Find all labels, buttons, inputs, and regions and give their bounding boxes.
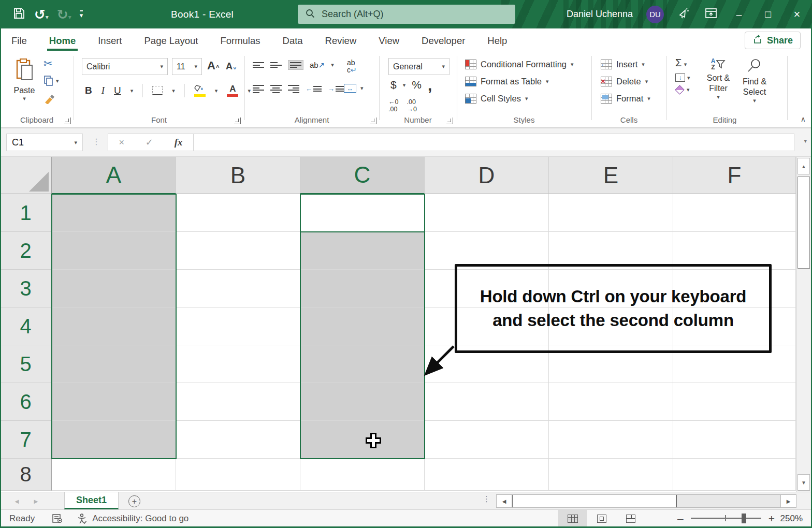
zoom-slider-thumb[interactable] [742,514,746,523]
accounting-dropdown-icon[interactable]: ▾ [403,82,406,89]
normal-view-button[interactable] [558,510,587,527]
ribbon-tab-data[interactable]: Data [283,31,303,50]
share-button[interactable]: Share [745,32,801,49]
accessibility-status[interactable]: Accessibility: Good to go [92,514,189,524]
cell-B8[interactable] [176,459,300,491]
cell-C1[interactable] [300,194,425,232]
borders-dropdown-icon[interactable]: ▾ [172,87,175,94]
row-header-4[interactable]: 4 [0,307,52,345]
cell-D6[interactable] [425,383,549,421]
format-as-table-button[interactable]: Format as Table▾ [465,73,574,90]
customize-quick-access-icon[interactable]: ▾ [80,10,83,19]
font-color-icon[interactable]: A [227,84,238,97]
row-header-1[interactable]: 1 [0,194,52,232]
undo-button[interactable]: ↺▾ [34,8,49,21]
increase-decimal-button[interactable]: ←0 .00 [388,98,398,113]
increase-font-size-button[interactable]: A^ [207,60,219,71]
decrease-font-size-button[interactable]: A^ [226,62,236,71]
vertical-scrollbar[interactable]: ▲ ▼ [796,157,811,492]
column-header-F[interactable]: F [673,157,796,194]
row-header-2[interactable]: 2 [0,232,52,270]
select-all-corner[interactable] [0,157,52,194]
column-header-B[interactable]: B [176,157,300,194]
cancel-icon[interactable]: × [119,137,124,148]
cell-C8[interactable] [300,459,425,491]
cell-E8[interactable] [549,459,673,491]
cell-F6[interactable] [673,383,796,421]
cell-B7[interactable] [176,421,300,459]
ribbon-tab-developer[interactable]: Developer [422,31,465,50]
column-header-C[interactable]: C [300,157,425,194]
underline-dropdown-icon[interactable]: ▾ [130,87,134,94]
copy-icon[interactable]: ▾ [44,75,59,86]
bold-button[interactable]: B [85,85,92,96]
cell-A3[interactable] [52,270,176,307]
collapse-ribbon-icon[interactable]: ∧ [801,115,806,123]
ribbon-tab-file[interactable]: File [11,31,27,50]
percent-style-button[interactable]: % [412,79,422,91]
search-bar[interactable] [298,5,515,24]
align-left-icon[interactable] [253,85,264,93]
font-color-dropdown-icon[interactable]: ▾ [248,87,251,94]
find-select-button[interactable]: Find & Select▾ [737,58,772,105]
font-dialog-launcher[interactable] [234,118,241,124]
ribbon-tab-help[interactable]: Help [487,31,507,50]
maximize-button[interactable]: □ [760,9,776,20]
wrap-text-button[interactable]: ab c↵ [347,59,357,74]
cell-B6[interactable] [176,383,300,421]
cell-D8[interactable] [425,459,549,491]
comma-style-button[interactable]: , [428,81,432,89]
cell-A8[interactable] [52,459,176,491]
cell-D1[interactable] [425,194,549,232]
cell-A6[interactable] [52,383,176,421]
middle-align-icon[interactable] [270,62,282,68]
scroll-right-icon[interactable]: ▶ [780,495,796,507]
column-header-A[interactable]: A [52,157,176,194]
italic-button[interactable]: I [102,85,105,96]
column-header-D[interactable]: D [425,157,549,194]
ribbon-tab-formulas[interactable]: Formulas [220,31,260,50]
cell-B4[interactable] [176,307,300,345]
row-header-6[interactable]: 6 [0,383,52,421]
macro-record-icon[interactable] [52,514,63,523]
orientation-dropdown-icon[interactable]: ▾ [331,62,334,68]
cell-B2[interactable] [176,232,300,270]
number-format-combo[interactable]: General▾ [388,58,450,75]
vertical-scrollbar-thumb[interactable] [798,177,810,269]
merge-center-button[interactable]: ↔▾ [344,84,364,93]
ribbon-tab-view[interactable]: View [379,31,399,50]
insert-function-icon[interactable]: fx [175,137,183,148]
sheet-tab-sheet1[interactable]: Sheet1 [64,492,119,509]
cell-C2[interactable] [300,232,425,270]
cell-C6[interactable] [300,383,425,421]
delete-cells-button[interactable]: Delete▾ [601,73,650,90]
increase-indent-icon[interactable]: → [328,85,344,93]
horizontal-scrollbar[interactable]: ◀ ▶ [496,494,796,508]
formula-bar-expand-icon[interactable]: ▾ [804,138,807,144]
conditional-formatting-button[interactable]: Conditional Formatting▾ [465,56,574,73]
zoom-in-button[interactable]: + [769,512,775,525]
user-name[interactable]: Daniel Uchenna [567,9,633,20]
name-box[interactable]: C1 ▾ [6,134,83,151]
font-name-combo[interactable]: Calibri▾ [82,58,168,75]
cell-B1[interactable] [176,194,300,232]
format-painter-icon[interactable] [44,93,56,106]
cell-C7[interactable] [300,421,425,459]
row-header-7[interactable]: 7 [0,421,52,459]
font-size-combo[interactable]: 11▾ [172,58,202,75]
scroll-down-icon[interactable]: ▼ [798,474,810,491]
cut-icon[interactable]: ✂ [44,58,53,69]
sheet-nav-right-icon[interactable]: ► [33,497,39,505]
ribbon-display-options-icon[interactable] [704,7,718,22]
fill-color-dropdown-icon[interactable]: ▾ [215,87,218,94]
row-header-5[interactable]: 5 [0,345,52,383]
borders-icon[interactable] [152,86,163,95]
row-header-8[interactable]: 8 [0,459,52,491]
paste-button[interactable]: Paste ▾ [8,57,40,115]
user-avatar[interactable]: DU [646,6,664,23]
ribbon-tab-review[interactable]: Review [325,31,357,50]
page-break-view-button[interactable] [616,510,645,527]
name-box-dropdown-icon[interactable]: ▾ [74,139,77,146]
decrease-decimal-button[interactable]: .00 →0 [407,98,416,113]
align-right-icon[interactable] [288,85,299,93]
